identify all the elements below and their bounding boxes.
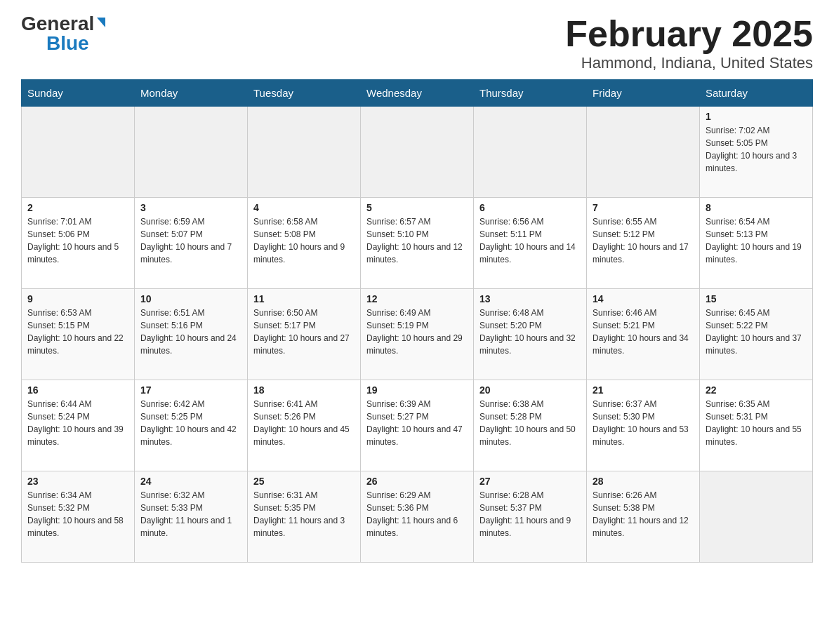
day-number: 16 xyxy=(27,384,128,396)
calendar-week-row: 16Sunrise: 6:44 AMSunset: 5:24 PMDayligh… xyxy=(22,380,813,471)
logo-arrow-icon xyxy=(97,18,105,27)
calendar-day-cell: 16Sunrise: 6:44 AMSunset: 5:24 PMDayligh… xyxy=(22,380,135,471)
day-number: 17 xyxy=(140,384,241,396)
day-number: 22 xyxy=(706,384,807,396)
day-number: 15 xyxy=(706,293,807,304)
day-number: 19 xyxy=(366,384,468,396)
calendar-table: SundayMondayTuesdayWednesdayThursdayFrid… xyxy=(21,79,813,563)
day-number: 14 xyxy=(593,293,694,304)
calendar-day-cell: 3Sunrise: 6:59 AMSunset: 5:07 PMDaylight… xyxy=(135,198,248,289)
day-of-week-header: Tuesday xyxy=(248,80,361,107)
day-info: Sunrise: 6:57 AMSunset: 5:10 PMDaylight:… xyxy=(366,215,468,266)
day-info: Sunrise: 6:59 AMSunset: 5:07 PMDaylight:… xyxy=(140,215,241,266)
day-info: Sunrise: 6:44 AMSunset: 5:24 PMDaylight:… xyxy=(27,398,128,448)
day-info: Sunrise: 6:55 AMSunset: 5:12 PMDaylight:… xyxy=(593,215,694,266)
day-info: Sunrise: 6:32 AMSunset: 5:33 PMDaylight:… xyxy=(140,489,241,539)
page-subtitle: Hammond, Indiana, United States xyxy=(565,54,813,72)
day-number: 23 xyxy=(27,476,128,487)
day-number: 25 xyxy=(253,476,355,487)
day-of-week-header: Thursday xyxy=(474,80,587,107)
day-number: 20 xyxy=(479,384,581,396)
day-number: 4 xyxy=(253,202,355,213)
day-info: Sunrise: 6:48 AMSunset: 5:20 PMDaylight:… xyxy=(479,307,581,357)
day-info: Sunrise: 6:51 AMSunset: 5:16 PMDaylight:… xyxy=(140,307,241,357)
calendar-day-cell: 17Sunrise: 6:42 AMSunset: 5:25 PMDayligh… xyxy=(135,380,248,471)
day-number: 28 xyxy=(593,476,694,487)
calendar-day-cell xyxy=(587,107,700,198)
day-number: 1 xyxy=(706,111,807,122)
calendar-day-cell: 9Sunrise: 6:53 AMSunset: 5:15 PMDaylight… xyxy=(22,289,135,380)
logo-general-text: General xyxy=(21,14,94,34)
calendar-week-row: 23Sunrise: 6:34 AMSunset: 5:32 PMDayligh… xyxy=(22,471,813,563)
calendar-day-cell: 2Sunrise: 7:01 AMSunset: 5:06 PMDaylight… xyxy=(22,198,135,289)
calendar-day-cell: 15Sunrise: 6:45 AMSunset: 5:22 PMDayligh… xyxy=(700,289,813,380)
day-info: Sunrise: 6:49 AMSunset: 5:19 PMDaylight:… xyxy=(366,307,468,357)
day-info: Sunrise: 6:39 AMSunset: 5:27 PMDaylight:… xyxy=(366,398,468,448)
day-number: 24 xyxy=(140,476,241,487)
calendar-day-cell xyxy=(248,107,361,198)
calendar-day-cell: 13Sunrise: 6:48 AMSunset: 5:20 PMDayligh… xyxy=(474,289,587,380)
page-title: February 2025 xyxy=(565,14,813,54)
calendar-week-row: 2Sunrise: 7:01 AMSunset: 5:06 PMDaylight… xyxy=(22,198,813,289)
day-of-week-header: Wednesday xyxy=(361,80,474,107)
calendar-day-cell: 12Sunrise: 6:49 AMSunset: 5:19 PMDayligh… xyxy=(361,289,474,380)
day-of-week-header: Sunday xyxy=(22,80,135,107)
day-info: Sunrise: 7:01 AMSunset: 5:06 PMDaylight:… xyxy=(27,215,128,266)
day-info: Sunrise: 6:28 AMSunset: 5:37 PMDaylight:… xyxy=(479,489,581,539)
calendar-day-cell xyxy=(361,107,474,198)
calendar-day-cell xyxy=(474,107,587,198)
calendar-day-cell: 25Sunrise: 6:31 AMSunset: 5:35 PMDayligh… xyxy=(248,471,361,563)
day-number: 21 xyxy=(593,384,694,396)
day-number: 5 xyxy=(366,202,468,213)
day-info: Sunrise: 6:42 AMSunset: 5:25 PMDaylight:… xyxy=(140,398,241,448)
day-info: Sunrise: 6:35 AMSunset: 5:31 PMDaylight:… xyxy=(706,398,807,448)
calendar-day-cell: 5Sunrise: 6:57 AMSunset: 5:10 PMDaylight… xyxy=(361,198,474,289)
day-number: 13 xyxy=(479,293,581,304)
calendar-header: SundayMondayTuesdayWednesdayThursdayFrid… xyxy=(22,80,813,107)
day-info: Sunrise: 6:31 AMSunset: 5:35 PMDaylight:… xyxy=(253,489,355,539)
calendar-day-cell: 22Sunrise: 6:35 AMSunset: 5:31 PMDayligh… xyxy=(700,380,813,471)
calendar-day-cell xyxy=(700,471,813,563)
day-info: Sunrise: 6:53 AMSunset: 5:15 PMDaylight:… xyxy=(27,307,128,357)
day-number: 3 xyxy=(140,202,241,213)
calendar-day-cell: 27Sunrise: 6:28 AMSunset: 5:37 PMDayligh… xyxy=(474,471,587,563)
day-info: Sunrise: 6:37 AMSunset: 5:30 PMDaylight:… xyxy=(593,398,694,448)
day-number: 26 xyxy=(366,476,468,487)
day-info: Sunrise: 7:02 AMSunset: 5:05 PMDaylight:… xyxy=(706,124,807,175)
day-info: Sunrise: 6:26 AMSunset: 5:38 PMDaylight:… xyxy=(593,489,694,539)
calendar-day-cell: 4Sunrise: 6:58 AMSunset: 5:08 PMDaylight… xyxy=(248,198,361,289)
calendar-day-cell xyxy=(135,107,248,198)
logo: General Blue xyxy=(21,14,105,53)
day-info: Sunrise: 6:58 AMSunset: 5:08 PMDaylight:… xyxy=(253,215,355,266)
day-number: 9 xyxy=(27,293,128,304)
day-of-week-header: Friday xyxy=(587,80,700,107)
day-number: 2 xyxy=(27,202,128,213)
calendar-week-row: 9Sunrise: 6:53 AMSunset: 5:15 PMDaylight… xyxy=(22,289,813,380)
calendar-day-cell: 26Sunrise: 6:29 AMSunset: 5:36 PMDayligh… xyxy=(361,471,474,563)
day-info: Sunrise: 6:45 AMSunset: 5:22 PMDaylight:… xyxy=(706,307,807,357)
day-info: Sunrise: 6:50 AMSunset: 5:17 PMDaylight:… xyxy=(253,307,355,357)
day-number: 10 xyxy=(140,293,241,304)
calendar-day-cell: 8Sunrise: 6:54 AMSunset: 5:13 PMDaylight… xyxy=(700,198,813,289)
day-info: Sunrise: 6:34 AMSunset: 5:32 PMDaylight:… xyxy=(27,489,128,539)
title-block: February 2025 Hammond, Indiana, United S… xyxy=(565,14,813,72)
calendar-day-cell: 14Sunrise: 6:46 AMSunset: 5:21 PMDayligh… xyxy=(587,289,700,380)
calendar-day-cell: 7Sunrise: 6:55 AMSunset: 5:12 PMDaylight… xyxy=(587,198,700,289)
day-info: Sunrise: 6:56 AMSunset: 5:11 PMDaylight:… xyxy=(479,215,581,266)
calendar-day-cell: 28Sunrise: 6:26 AMSunset: 5:38 PMDayligh… xyxy=(587,471,700,563)
day-of-week-header: Saturday xyxy=(700,80,813,107)
day-info: Sunrise: 6:46 AMSunset: 5:21 PMDaylight:… xyxy=(593,307,694,357)
calendar-day-cell: 11Sunrise: 6:50 AMSunset: 5:17 PMDayligh… xyxy=(248,289,361,380)
calendar-week-row: 1Sunrise: 7:02 AMSunset: 5:05 PMDaylight… xyxy=(22,107,813,198)
calendar-day-cell: 1Sunrise: 7:02 AMSunset: 5:05 PMDaylight… xyxy=(700,107,813,198)
day-number: 11 xyxy=(253,293,355,304)
calendar-day-cell xyxy=(22,107,135,198)
calendar-day-cell: 23Sunrise: 6:34 AMSunset: 5:32 PMDayligh… xyxy=(22,471,135,563)
day-info: Sunrise: 6:54 AMSunset: 5:13 PMDaylight:… xyxy=(706,215,807,266)
page-header: General Blue February 2025 Hammond, Indi… xyxy=(21,14,813,72)
day-number: 27 xyxy=(479,476,581,487)
day-number: 18 xyxy=(253,384,355,396)
day-info: Sunrise: 6:29 AMSunset: 5:36 PMDaylight:… xyxy=(366,489,468,539)
day-info: Sunrise: 6:41 AMSunset: 5:26 PMDaylight:… xyxy=(253,398,355,448)
header-row: SundayMondayTuesdayWednesdayThursdayFrid… xyxy=(22,80,813,107)
